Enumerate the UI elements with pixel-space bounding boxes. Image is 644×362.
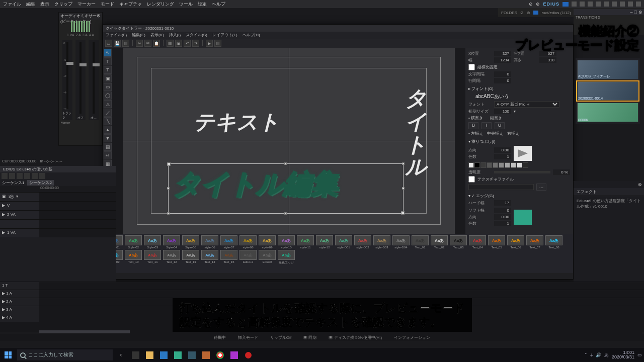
- fader-1[interactable]: 0-6-20-40-∞ トラック: [62, 40, 72, 120]
- style-preset[interactable]: AaあText_15: [220, 250, 238, 265]
- redo-icon[interactable]: ↷: [192, 40, 199, 47]
- close-icon[interactable]: ⊘: [520, 11, 524, 15]
- close-icon[interactable]: ⊗: [536, 2, 540, 7]
- track-header[interactable]: ▶V: [0, 202, 39, 210]
- bin-clip[interactable]: AQUOS_フィナーレ: [577, 60, 638, 79]
- align-right-radio[interactable]: 右揃え: [507, 131, 519, 136]
- sequence-tab[interactable]: EDIUS Edius●9 の使い方基: [3, 166, 52, 172]
- style-preset[interactable]: AaあText_05: [488, 235, 506, 249]
- cortana-icon[interactable]: ○: [116, 349, 127, 360]
- qt-menu-edit[interactable]: 編集(E): [132, 32, 145, 38]
- style-preset[interactable]: AaあText_03: [449, 235, 467, 249]
- track-lane[interactable]: [39, 229, 116, 237]
- width-value[interactable]: 1234: [494, 57, 511, 63]
- paste-icon[interactable]: 📋: [153, 40, 160, 47]
- color-swatch[interactable]: [511, 162, 516, 168]
- track-header[interactable]: ▣1秒▾: [0, 193, 39, 201]
- track-lane[interactable]: [39, 202, 116, 210]
- sequence-2-tab[interactable]: シーケンス2: [27, 180, 53, 186]
- menu-clip[interactable]: クリップ: [54, 1, 72, 8]
- color-swatch[interactable]: [499, 162, 504, 168]
- color-swatch[interactable]: [505, 162, 510, 168]
- text-h-tool-icon[interactable]: T: [104, 57, 112, 65]
- menu-capture[interactable]: キャプチャ: [119, 1, 142, 8]
- layout-icon[interactable]: [580, 2, 585, 7]
- close-icon[interactable]: ⊘: [529, 2, 533, 7]
- app-icon[interactable]: [228, 349, 239, 360]
- layout-icon[interactable]: [636, 2, 641, 7]
- minimize-icon[interactable]: –: [630, 10, 633, 15]
- orient-v-radio[interactable]: 縦書き: [490, 115, 502, 121]
- menu-marker[interactable]: マーカー: [77, 1, 96, 8]
- style-preset[interactable]: Aaあstyle-10: [277, 235, 295, 249]
- track-header[interactable]: [0, 220, 39, 228]
- transitions-tab[interactable]: TRANSITION 3: [574, 15, 644, 20]
- close-icon[interactable]: ⊗: [97, 13, 101, 19]
- track-lane[interactable]: [39, 220, 116, 228]
- fill-direction-swatch[interactable]: [514, 146, 532, 161]
- menu-view[interactable]: 表示: [40, 1, 49, 8]
- style-preset[interactable]: AaあStyle-02: [124, 235, 142, 249]
- menu-mode[interactable]: モード: [101, 1, 114, 8]
- style-preset[interactable]: AaあStyle-05: [182, 235, 200, 249]
- style-preset[interactable]: Aaあstyle-D02: [354, 235, 372, 249]
- section-fill[interactable]: ▾ 塗りつぶし(I): [468, 139, 570, 144]
- style-preset[interactable]: Aaあstyle-08: [239, 235, 257, 249]
- seq-tool-icon[interactable]: [32, 173, 38, 179]
- menu-settings[interactable]: 設定: [198, 1, 207, 8]
- style-preset[interactable]: AaあText_06: [507, 235, 525, 249]
- edge-color-swatch[interactable]: [514, 210, 532, 225]
- layout-icon[interactable]: [612, 2, 617, 7]
- close-icon[interactable]: ⊗: [638, 10, 642, 15]
- edge-icon[interactable]: [158, 349, 169, 360]
- qt-menu-file[interactable]: ファイル(F): [106, 32, 127, 38]
- fader-3[interactable]: オ…: [89, 40, 99, 120]
- style-preset[interactable]: AaあText_08: [545, 235, 563, 249]
- tray-chevron-icon[interactable]: ˄: [585, 352, 587, 357]
- folder-icon[interactable]: [562, 2, 569, 7]
- layout-icon[interactable]: [588, 2, 593, 7]
- menu-tools[interactable]: ツール: [179, 1, 193, 8]
- title-object[interactable]: タイトル編集: [173, 166, 338, 203]
- track-lane[interactable]: [39, 282, 644, 290]
- line-tool-icon[interactable]: ╲: [104, 117, 112, 125]
- grid-icon[interactable]: ▦: [167, 40, 174, 47]
- style-preset[interactable]: Aaあstyle-07: [220, 235, 238, 249]
- color-swatch[interactable]: [523, 162, 528, 168]
- seq-tool-icon[interactable]: [24, 173, 30, 179]
- spread-icon[interactable]: ▤: [104, 143, 112, 151]
- effect-tab[interactable]: エフェクト: [574, 188, 644, 196]
- sample-text-h[interactable]: テキスト: [193, 108, 280, 136]
- chrome-icon[interactable]: [214, 349, 225, 360]
- rect-tool-icon[interactable]: ▭: [104, 83, 112, 91]
- style-preset[interactable]: AaあText_10: [124, 250, 142, 265]
- ellipse-tool-icon[interactable]: ◯: [104, 92, 112, 100]
- style-preset[interactable]: Aaあstyle-D04: [392, 235, 410, 249]
- qt-menu-insert[interactable]: 挿入(I): [169, 32, 181, 38]
- wifi-icon[interactable]: ⏚: [590, 352, 593, 357]
- menu-file[interactable]: ファイル: [3, 1, 21, 8]
- underline-button[interactable]: U: [495, 122, 505, 129]
- style-preset[interactable]: Aaあstyle-09: [258, 235, 276, 249]
- taskbar-search[interactable]: ここに入力して検索: [17, 349, 113, 360]
- speaker-icon[interactable]: 🔊: [596, 352, 601, 357]
- titler-canvas[interactable]: テキスト タイトル タイトル編集: [123, 48, 455, 234]
- bin-clip[interactable]: 00006: [577, 103, 638, 122]
- color-swatch[interactable]: [517, 162, 522, 168]
- copy-icon[interactable]: ⧉: [144, 40, 151, 47]
- close-icon[interactable]: ⊗: [638, 182, 642, 187]
- opacity-value[interactable]: 0 %: [553, 169, 570, 175]
- texture-checkbox[interactable]: [468, 176, 475, 183]
- triangle-tool-icon[interactable]: △: [104, 100, 112, 108]
- height-value[interactable]: 310: [539, 57, 556, 63]
- menu-edit[interactable]: 編集: [26, 1, 35, 8]
- ime-indicator[interactable]: あ: [604, 352, 609, 358]
- track-lane[interactable]: [39, 193, 116, 201]
- open-icon[interactable]: ▤: [122, 40, 129, 47]
- status-info[interactable]: インフォメーション: [394, 335, 430, 340]
- section-edge[interactable]: ▾ ✓ エッジ(G): [468, 193, 570, 199]
- align-left-radio[interactable]: • 左揃え: [468, 131, 483, 136]
- new-icon[interactable]: ▭: [105, 40, 112, 47]
- notifications-icon[interactable]: ▭: [637, 352, 642, 357]
- layout-icon[interactable]: [620, 2, 625, 7]
